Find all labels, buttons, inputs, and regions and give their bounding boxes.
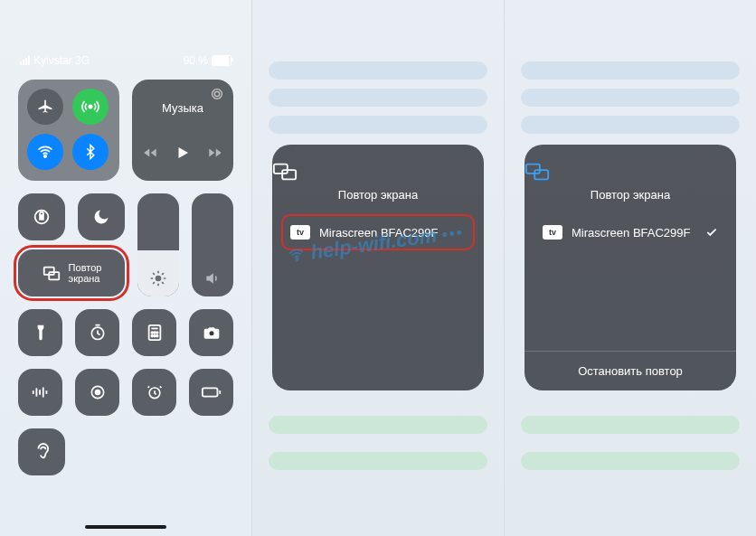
alarm-clock-icon xyxy=(146,383,164,401)
control-center-screen: Kyivstar 3G 90 % xyxy=(0,0,252,536)
checkmark-icon xyxy=(705,226,718,239)
svg-point-25 xyxy=(156,335,157,337)
device-name-label: Mirascreen BFAC299F xyxy=(572,226,691,240)
brightness-icon xyxy=(149,269,167,287)
svg-line-13 xyxy=(153,273,155,275)
mirroring-connected-screen: Повтор экрана tv Mirascreen BFAC299F Ост… xyxy=(505,0,756,536)
svg-rect-35 xyxy=(202,388,217,396)
flashlight-icon xyxy=(33,324,48,342)
cellular-data-button[interactable] xyxy=(72,89,109,125)
brightness-slider[interactable] xyxy=(137,193,179,296)
mirroring-popover-title: Повтор экрана xyxy=(272,188,484,202)
connectivity-module xyxy=(18,80,119,181)
carrier-label: Kyivstar 3G xyxy=(33,54,90,67)
svg-line-14 xyxy=(162,282,164,284)
screen-mirroring-label: Повтор экрана xyxy=(69,262,102,284)
do-not-disturb-button[interactable] xyxy=(78,193,125,240)
wifi-icon xyxy=(36,143,54,161)
volume-slider[interactable] xyxy=(192,193,233,296)
airplay-icon[interactable] xyxy=(210,87,224,101)
signal-bars-icon xyxy=(20,56,30,65)
home-indicator[interactable] xyxy=(85,525,166,529)
battery-pct-label: 90 % xyxy=(184,54,208,67)
svg-point-33 xyxy=(95,390,99,395)
camera-icon xyxy=(203,324,221,341)
screen-mirror-icon xyxy=(524,161,550,183)
svg-point-22 xyxy=(156,332,157,334)
svg-line-15 xyxy=(153,282,155,284)
ear-icon xyxy=(33,442,50,462)
camera-button[interactable] xyxy=(189,309,233,356)
rotation-lock-icon xyxy=(32,207,52,227)
music-next-button[interactable] xyxy=(207,145,223,161)
waveform-icon xyxy=(31,385,51,400)
battery-icon xyxy=(201,386,222,399)
voice-memos-button[interactable] xyxy=(18,369,62,416)
status-carrier: Kyivstar 3G xyxy=(20,54,90,67)
mirroring-popover-title: Повтор экрана xyxy=(524,188,736,202)
hearing-button[interactable] xyxy=(18,428,65,475)
volume-icon xyxy=(203,269,222,287)
svg-point-21 xyxy=(154,332,156,334)
screen-record-button[interactable] xyxy=(75,369,119,416)
svg-point-3 xyxy=(214,91,219,96)
bluetooth-icon xyxy=(82,144,99,160)
svg-point-0 xyxy=(89,105,91,108)
wifi-button[interactable] xyxy=(27,134,63,170)
record-icon xyxy=(89,383,107,401)
svg-rect-5 xyxy=(40,215,43,220)
calculator-icon xyxy=(146,324,163,342)
stop-mirroring-button[interactable]: Остановить повтор xyxy=(524,351,736,390)
screen-mirroring-button[interactable]: Повтор экрана xyxy=(18,249,125,296)
mirroring-device-item[interactable]: tv Mirascreen BFAC299F xyxy=(535,216,725,249)
svg-point-24 xyxy=(154,335,156,337)
apple-tv-icon: tv xyxy=(543,225,562,240)
bluetooth-button[interactable] xyxy=(72,134,109,170)
status-bar: Kyivstar 3G 90 % xyxy=(20,54,232,67)
svg-point-23 xyxy=(151,335,153,337)
moon-icon xyxy=(92,208,110,226)
music-play-button[interactable] xyxy=(175,145,191,161)
svg-point-1 xyxy=(44,155,47,158)
airplane-icon xyxy=(36,98,54,116)
svg-point-20 xyxy=(151,332,153,334)
svg-rect-40 xyxy=(526,165,540,174)
apple-tv-icon: tv xyxy=(290,225,310,240)
svg-point-39 xyxy=(296,259,298,261)
calculator-button[interactable] xyxy=(132,309,176,356)
music-title: Музыка xyxy=(141,101,224,115)
svg-point-26 xyxy=(209,331,213,335)
antenna-icon xyxy=(81,98,99,116)
svg-rect-41 xyxy=(534,170,548,179)
music-prev-button[interactable] xyxy=(142,145,158,161)
screen-mirror-icon xyxy=(272,161,298,183)
screen-mirror-icon xyxy=(42,263,61,283)
timer-button[interactable] xyxy=(75,309,119,356)
wifi-icon xyxy=(287,245,307,266)
low-power-button[interactable] xyxy=(189,369,233,416)
svg-line-16 xyxy=(162,273,164,275)
svg-point-8 xyxy=(156,276,162,282)
mirroring-popover: Повтор экрана tv Mirascreen BFAC299F xyxy=(272,145,484,390)
status-battery: 90 % xyxy=(184,54,232,67)
flashlight-button[interactable] xyxy=(18,309,62,356)
airplane-mode-button[interactable] xyxy=(27,89,63,125)
battery-icon xyxy=(212,55,232,66)
mirroring-popover: Повтор экрана tv Mirascreen BFAC299F Ост… xyxy=(524,145,736,390)
timer-icon xyxy=(89,324,107,342)
mirroring-picker-screen: Повтор экрана tv Mirascreen BFAC299F hel… xyxy=(252,0,505,536)
svg-rect-37 xyxy=(274,165,288,174)
alarm-button[interactable] xyxy=(132,369,176,416)
svg-rect-38 xyxy=(282,170,296,179)
rotation-lock-button[interactable] xyxy=(18,193,65,240)
music-module[interactable]: Музыка xyxy=(132,80,233,181)
svg-point-2 xyxy=(213,89,222,99)
